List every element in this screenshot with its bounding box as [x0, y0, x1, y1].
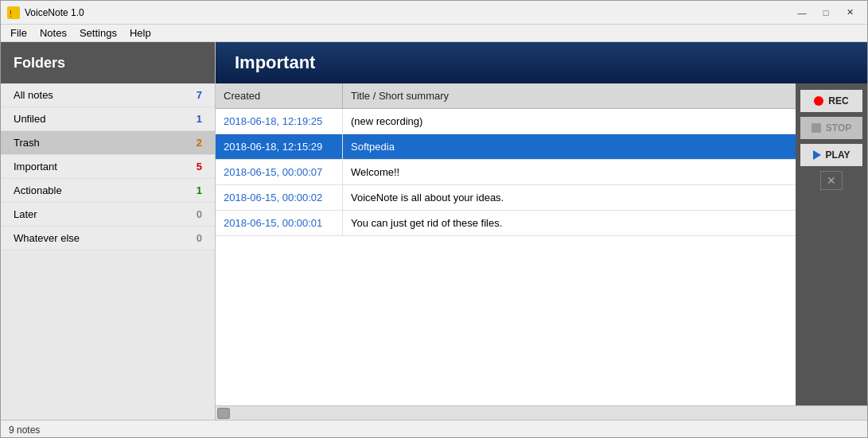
content-area: Important Created Title / Short summary … [216, 42, 867, 420]
table-row[interactable]: 2018-06-15, 00:00:01 You can just get ri… [216, 211, 796, 236]
notes-table: Created Title / Short summary 2018-06-18… [216, 83, 796, 405]
col-header-created: Created [216, 83, 343, 108]
main-layout: Folders All notes 7 Unfiled 1 Trash 2 Im… [1, 42, 867, 420]
sidebar-header: Folders [1, 42, 215, 83]
play-icon [813, 150, 821, 160]
minimize-button[interactable]: — [791, 5, 813, 21]
sidebar-item-actionable[interactable]: Actionable 1 [1, 179, 215, 203]
app-icon: ! [7, 6, 20, 19]
sidebar-label: Important [14, 161, 57, 172]
sidebar-count: 2 [197, 137, 202, 149]
sidebar-item-trash[interactable]: Trash 2 [1, 131, 215, 155]
menu-settings[interactable]: Settings [73, 25, 123, 41]
cell-title: (new recording) [343, 109, 796, 134]
cell-created: 2018-06-18, 12:19:25 [216, 109, 343, 134]
rec-icon [814, 96, 823, 106]
content-header: Important [216, 42, 867, 83]
sidebar: Folders All notes 7 Unfiled 1 Trash 2 Im… [1, 42, 216, 420]
maximize-button[interactable]: □ [815, 5, 837, 21]
sidebar-item-later[interactable]: Later 0 [1, 203, 215, 227]
play-button[interactable]: PLAY [800, 144, 862, 166]
sidebar-list: All notes 7 Unfiled 1 Trash 2 Important … [1, 83, 215, 420]
table-body: 2018-06-18, 12:19:25 (new recording) 201… [216, 109, 796, 236]
cell-title: Softpedia [343, 134, 796, 159]
title-bar-left: ! VoiceNote 1.0 [7, 6, 84, 19]
title-bar: ! VoiceNote 1.0 — □ ✕ [1, 1, 867, 25]
cell-title: You can just get rid of these files. [343, 211, 796, 235]
cell-created: 2018-06-15, 00:00:02 [216, 185, 343, 210]
sidebar-count: 0 [197, 232, 202, 244]
right-panel: REC STOP PLAY ✕ [796, 83, 867, 405]
scroll-area[interactable] [216, 405, 867, 420]
table-row[interactable]: 2018-06-18, 12:15:29 Softpedia [216, 134, 796, 160]
sidebar-count: 0 [197, 208, 202, 220]
cell-title: VoiceNote is all about your ideas. [343, 185, 796, 210]
sidebar-label: Whatever else [14, 232, 80, 244]
sidebar-label: Unfiled [14, 113, 45, 125]
sidebar-count: 5 [197, 161, 202, 172]
play-label: PLAY [826, 149, 850, 161]
status-bar: 9 notes [1, 420, 867, 438]
stop-label: STOP [826, 122, 851, 134]
sidebar-count: 1 [197, 184, 202, 196]
rec-button[interactable]: REC [800, 90, 862, 112]
cell-created: 2018-06-15, 00:00:07 [216, 160, 343, 184]
sidebar-item-whatever-else[interactable]: Whatever else 0 [1, 227, 215, 250]
sidebar-title: Folders [14, 55, 65, 72]
menu-file[interactable]: File [4, 25, 33, 41]
folder-title: Important [235, 52, 315, 73]
app-title: VoiceNote 1.0 [25, 7, 84, 18]
table-row[interactable]: 2018-06-18, 12:19:25 (new recording) [216, 109, 796, 134]
panel-close-button[interactable]: ✕ [820, 171, 843, 190]
svg-text:!: ! [10, 9, 12, 18]
title-bar-controls: — □ ✕ [791, 5, 861, 21]
table-row[interactable]: 2018-06-15, 00:00:02 VoiceNote is all ab… [216, 185, 796, 211]
status-text: 9 notes [9, 424, 40, 436]
sidebar-count: 1 [197, 113, 202, 125]
menu-notes[interactable]: Notes [33, 25, 73, 41]
scroll-thumb[interactable] [217, 408, 230, 419]
col-header-title: Title / Short summary [343, 83, 796, 108]
sidebar-label: Later [14, 208, 37, 220]
menu-bar: File Notes Settings Help [1, 25, 867, 42]
cell-created: 2018-06-15, 00:00:01 [216, 211, 343, 235]
table-row[interactable]: 2018-06-15, 00:00:07 Welcome!! [216, 160, 796, 185]
menu-help[interactable]: Help [123, 25, 158, 41]
table-header: Created Title / Short summary [216, 83, 796, 109]
sidebar-item-unfiled[interactable]: Unfiled 1 [1, 107, 215, 131]
sidebar-count: 7 [197, 89, 202, 101]
sidebar-label: All notes [14, 89, 53, 101]
cell-created: 2018-06-18, 12:15:29 [216, 134, 343, 159]
sidebar-label: Trash [14, 137, 40, 149]
close-button[interactable]: ✕ [839, 5, 861, 21]
sidebar-label: Actionable [14, 184, 62, 196]
cell-title: Welcome!! [343, 160, 796, 184]
stop-button[interactable]: STOP [800, 117, 862, 139]
sidebar-item-important[interactable]: Important 5 [1, 155, 215, 179]
rec-label: REC [828, 95, 848, 107]
sidebar-item-all-notes[interactable]: All notes 7 [1, 83, 215, 107]
stop-icon [812, 123, 821, 133]
